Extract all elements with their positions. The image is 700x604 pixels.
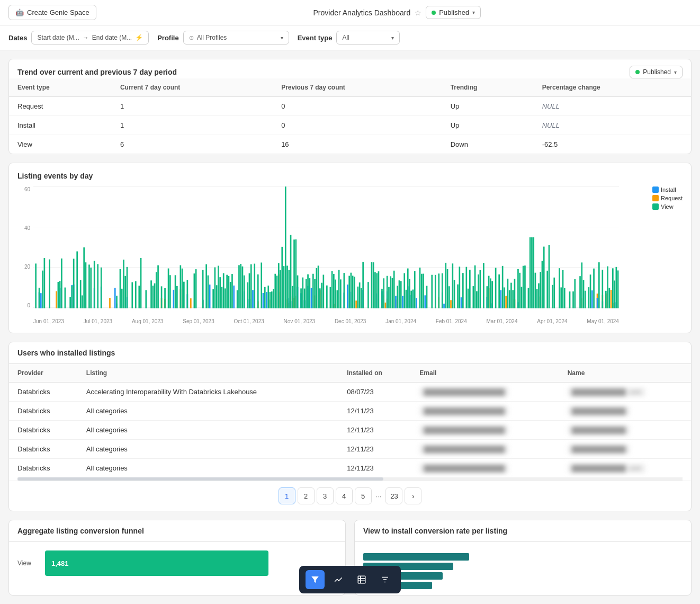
trending-cell: Down bbox=[442, 135, 534, 154]
svg-rect-159 bbox=[333, 274, 335, 308]
event-type-select[interactable]: All ▾ bbox=[336, 31, 400, 45]
email-cell: ██████████████████ bbox=[411, 402, 559, 421]
svg-rect-17 bbox=[73, 259, 75, 308]
svg-rect-151 bbox=[318, 265, 319, 308]
page-23-button[interactable]: 23 bbox=[385, 487, 402, 504]
svg-rect-196 bbox=[390, 276, 391, 308]
funnel-title: Aggregate listing conversion funnel bbox=[17, 527, 144, 535]
install-color bbox=[652, 186, 659, 193]
svg-rect-215 bbox=[416, 298, 417, 308]
page-4-button[interactable]: 4 bbox=[336, 487, 353, 504]
svg-rect-231 bbox=[448, 286, 450, 308]
date-range-picker[interactable]: Start date (M... → End date (M... ⚡ bbox=[31, 31, 149, 45]
list-item: Databricks All categories 12/11/23 █████… bbox=[9, 440, 691, 459]
email-cell: ██████████████████ bbox=[411, 383, 559, 402]
installed-on-cell: 12/11/23 bbox=[338, 402, 411, 421]
page-5-button[interactable]: 5 bbox=[355, 487, 372, 504]
svg-rect-66 bbox=[194, 273, 195, 308]
funnel-card-header: Aggregate listing conversion funnel bbox=[9, 520, 345, 542]
svg-rect-120 bbox=[285, 186, 286, 308]
svg-rect-315 bbox=[608, 288, 610, 308]
svg-rect-103 bbox=[264, 287, 266, 308]
svg-rect-19 bbox=[80, 280, 82, 308]
list-item: Databricks All categories 12/11/23 █████… bbox=[9, 421, 691, 440]
svg-rect-236 bbox=[461, 297, 462, 308]
name-cell: ████████████ bbox=[559, 402, 691, 421]
published-label: Published bbox=[439, 8, 469, 16]
svg-rect-254 bbox=[495, 268, 497, 308]
svg-rect-12 bbox=[65, 288, 66, 308]
installed-on-cell: 12/11/23 bbox=[338, 459, 411, 478]
svg-rect-220 bbox=[426, 286, 428, 308]
svg-rect-280 bbox=[538, 283, 540, 308]
svg-rect-224 bbox=[438, 273, 439, 308]
svg-rect-310 bbox=[602, 270, 603, 308]
svg-rect-293 bbox=[569, 291, 571, 308]
svg-rect-37 bbox=[124, 276, 126, 308]
svg-rect-48 bbox=[156, 272, 157, 308]
svg-rect-134 bbox=[297, 276, 299, 308]
profile-select[interactable]: ⊙ All Profiles ▾ bbox=[183, 31, 289, 45]
col-installed-on: Installed on bbox=[338, 364, 411, 383]
page-1-button[interactable]: 1 bbox=[279, 487, 295, 504]
legend-request: Request bbox=[652, 195, 683, 201]
svg-rect-162 bbox=[337, 290, 338, 308]
svg-rect-285 bbox=[549, 245, 550, 308]
svg-rect-27 bbox=[97, 264, 98, 308]
filter-toolbar-button[interactable] bbox=[306, 570, 325, 589]
svg-rect-74 bbox=[212, 289, 214, 308]
conversion-card-header: View to install conversion rate per list… bbox=[355, 520, 691, 542]
next-page-button[interactable]: › bbox=[405, 487, 421, 504]
svg-rect-204 bbox=[402, 296, 403, 308]
table-toolbar-button[interactable] bbox=[352, 570, 371, 589]
provider-cell: Databricks bbox=[9, 421, 78, 440]
trend-published-label: Published bbox=[643, 68, 671, 76]
pct-change-cell: NULL bbox=[534, 97, 691, 116]
legend-install-label: Install bbox=[661, 186, 676, 193]
star-icon[interactable]: ☆ bbox=[415, 8, 421, 17]
svg-rect-292 bbox=[564, 288, 566, 308]
previous-count-cell: 16 bbox=[273, 135, 442, 154]
page-2-button[interactable]: 2 bbox=[298, 487, 315, 504]
svg-rect-301 bbox=[588, 287, 589, 308]
svg-rect-226 bbox=[442, 273, 443, 308]
published-status-button[interactable]: Published ▾ bbox=[426, 6, 481, 19]
legend-request-label: Request bbox=[661, 195, 683, 201]
svg-rect-175 bbox=[357, 287, 359, 308]
email-cell: ██████████████████ bbox=[411, 459, 559, 478]
svg-rect-281 bbox=[540, 272, 541, 308]
col-name: Name bbox=[559, 364, 691, 383]
svg-rect-291 bbox=[562, 270, 564, 308]
svg-rect-79 bbox=[221, 287, 223, 308]
svg-rect-216 bbox=[419, 268, 421, 308]
table-row: Install 1 0 Up NULL bbox=[9, 116, 691, 135]
chart-toolbar-button[interactable] bbox=[329, 570, 348, 589]
svg-rect-46 bbox=[152, 286, 154, 308]
trend-title: Trend over current and previous 7 day pe… bbox=[17, 68, 177, 76]
create-genie-button[interactable]: 🤖 Create Genie Space bbox=[8, 5, 96, 20]
svg-rect-304 bbox=[593, 269, 595, 308]
svg-rect-112 bbox=[276, 276, 278, 308]
svg-rect-154 bbox=[322, 275, 324, 308]
bars-container bbox=[33, 186, 619, 308]
svg-rect-5 bbox=[44, 258, 46, 308]
previous-count-cell: 0 bbox=[273, 116, 442, 135]
svg-rect-222 bbox=[435, 275, 436, 308]
event-type-cell: Install bbox=[9, 116, 112, 135]
filter-alt-toolbar-button[interactable] bbox=[375, 570, 394, 589]
svg-rect-75 bbox=[214, 268, 216, 308]
svg-rect-72 bbox=[208, 276, 209, 308]
trend-published-dropdown[interactable]: Published ▾ bbox=[630, 66, 683, 78]
svg-rect-290 bbox=[560, 287, 562, 308]
svg-rect-255 bbox=[498, 274, 500, 308]
svg-rect-85 bbox=[231, 274, 233, 308]
svg-rect-47 bbox=[154, 283, 156, 308]
svg-rect-180 bbox=[367, 282, 369, 308]
page-3-button[interactable]: 3 bbox=[317, 487, 334, 504]
svg-rect-33 bbox=[116, 296, 118, 308]
trend-table-header-row: Event type Current 7 day count Previous … bbox=[9, 78, 691, 97]
svg-rect-23 bbox=[88, 264, 90, 308]
svg-rect-173 bbox=[354, 277, 355, 308]
chart-title: Listing events by day bbox=[17, 172, 683, 180]
svg-rect-110 bbox=[274, 274, 276, 308]
